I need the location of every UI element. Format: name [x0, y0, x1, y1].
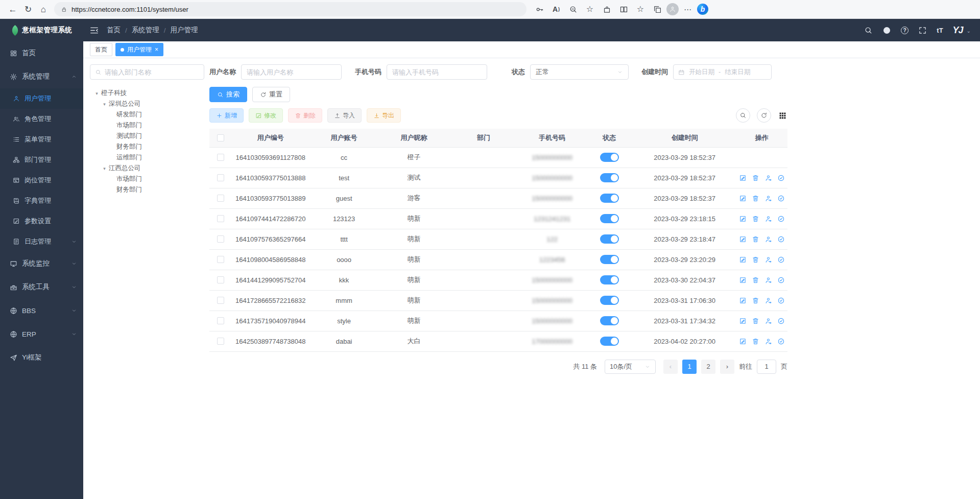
edit-icon[interactable]: [739, 256, 747, 264]
read-aloud-icon[interactable]: A: [548, 2, 564, 17]
assign-role-icon[interactable]: [777, 276, 785, 284]
sidebar-item[interactable]: ERP: [0, 322, 83, 346]
sidebar-item[interactable]: Yi框架: [0, 346, 83, 369]
status-toggle[interactable]: [600, 214, 619, 223]
reset-password-icon[interactable]: [764, 317, 772, 325]
reset-password-icon[interactable]: [764, 174, 772, 182]
assign-role-icon[interactable]: [777, 338, 785, 345]
row-checkbox[interactable]: [217, 276, 224, 283]
delete-icon[interactable]: [752, 256, 759, 264]
edit-icon[interactable]: [739, 276, 747, 284]
assign-role-icon[interactable]: [777, 256, 785, 264]
tree-node[interactable]: 财务部门: [90, 184, 204, 195]
status-toggle[interactable]: [600, 316, 619, 325]
breadcrumb-item[interactable]: 系统管理: [132, 26, 159, 35]
reset-password-icon[interactable]: [764, 256, 772, 264]
tree-node[interactable]: ▾江西总公司: [90, 163, 204, 174]
row-checkbox[interactable]: [217, 297, 224, 304]
reset-password-icon[interactable]: [764, 338, 772, 345]
assign-role-icon[interactable]: [777, 215, 785, 223]
refresh-circle-icon[interactable]: [757, 108, 771, 123]
row-checkbox[interactable]: [217, 338, 224, 345]
row-checkbox[interactable]: [217, 235, 224, 243]
sidebar-subitem[interactable]: 用户管理: [0, 88, 83, 109]
favorites-bar-icon[interactable]: ☆: [633, 2, 648, 17]
status-toggle[interactable]: [600, 296, 619, 305]
page-size-select[interactable]: 10条/页: [605, 360, 656, 374]
tree-node[interactable]: ▾深圳总公司: [90, 99, 204, 109]
delete-icon[interactable]: [752, 276, 759, 284]
sidebar-subitem[interactable]: 岗位管理: [0, 170, 83, 191]
tree-node[interactable]: 研发部门: [90, 109, 204, 120]
reset-password-icon[interactable]: [764, 215, 772, 223]
status-toggle[interactable]: [600, 173, 619, 182]
sidebar-subitem[interactable]: 角色管理: [0, 109, 83, 129]
page-button[interactable]: 1: [682, 360, 697, 374]
select-all-checkbox[interactable]: [217, 134, 224, 141]
add-button[interactable]: 新增: [209, 108, 244, 123]
sidebar-subitem[interactable]: 日志管理: [0, 231, 83, 252]
user-logo[interactable]: YJ: [953, 25, 963, 36]
tree-caret-icon[interactable]: ▾: [94, 91, 100, 96]
github-icon[interactable]: [882, 26, 891, 35]
reset-password-icon[interactable]: [764, 297, 772, 304]
sidebar-item[interactable]: 系统工具: [0, 275, 83, 299]
assign-role-icon[interactable]: [777, 174, 785, 182]
row-checkbox[interactable]: [217, 174, 224, 181]
bing-icon[interactable]: b: [697, 4, 708, 15]
import-button[interactable]: 导入: [327, 108, 362, 123]
row-checkbox[interactable]: [217, 256, 224, 263]
reset-password-icon[interactable]: [764, 195, 772, 202]
assign-role-icon[interactable]: [777, 195, 785, 202]
edit-icon[interactable]: [739, 174, 747, 182]
username-input[interactable]: [241, 64, 342, 80]
tree-node[interactable]: 财务部门: [90, 141, 204, 152]
tree-node[interactable]: 运维部门: [90, 152, 204, 163]
refresh-icon[interactable]: ↻: [20, 2, 36, 17]
delete-icon[interactable]: [752, 297, 759, 304]
search-button[interactable]: 搜索: [209, 87, 247, 102]
delete-icon[interactable]: [752, 235, 759, 243]
assign-role-icon[interactable]: [777, 235, 785, 243]
profile-avatar[interactable]: [666, 3, 679, 15]
sidebar-subitem[interactable]: 字典管理: [0, 191, 83, 211]
sidebar-subitem[interactable]: 部门管理: [0, 150, 83, 170]
delete-icon[interactable]: [752, 174, 759, 182]
home-icon[interactable]: ⌂: [36, 2, 51, 17]
prev-page-button[interactable]: ‹: [663, 360, 678, 374]
edit-icon[interactable]: [739, 338, 747, 345]
password-key-icon[interactable]: [532, 2, 547, 17]
tree-node[interactable]: 测试部门: [90, 131, 204, 141]
sidebar-subitem[interactable]: 菜单管理: [0, 129, 83, 150]
reset-password-icon[interactable]: [764, 235, 772, 243]
delete-icon[interactable]: [752, 215, 759, 223]
page-button[interactable]: 2: [701, 360, 715, 374]
collections-icon[interactable]: [650, 2, 665, 17]
tree-node[interactable]: ▾橙子科技: [90, 88, 204, 99]
assign-role-icon[interactable]: [777, 297, 785, 304]
tab[interactable]: 首页: [90, 43, 112, 56]
phone-input[interactable]: [387, 64, 487, 80]
tree-caret-icon[interactable]: ▾: [102, 166, 107, 171]
sidebar-item[interactable]: 首页: [0, 41, 83, 65]
tab[interactable]: 用户管理×: [115, 43, 163, 56]
help-icon[interactable]: ?: [901, 27, 909, 34]
breadcrumb-item[interactable]: 用户管理: [171, 26, 198, 35]
sidebar-item[interactable]: 系统监控: [0, 252, 83, 275]
department-search-input[interactable]: [105, 68, 199, 76]
status-toggle[interactable]: [600, 275, 619, 284]
more-options-icon[interactable]: ⋯: [680, 2, 696, 17]
delete-icon[interactable]: [752, 338, 759, 345]
reset-button[interactable]: 重置: [252, 87, 290, 102]
extensions-icon[interactable]: [599, 2, 614, 17]
delete-icon[interactable]: [752, 317, 759, 325]
logo-caret-icon[interactable]: ⌄: [967, 29, 971, 36]
back-icon[interactable]: ←: [5, 2, 20, 17]
zoom-out-icon[interactable]: [565, 2, 581, 17]
date-range-picker[interactable]: 开始日期 - 结束日期: [673, 64, 772, 80]
goto-page-input[interactable]: [757, 360, 776, 374]
breadcrumb-item[interactable]: 首页: [107, 26, 121, 35]
row-checkbox[interactable]: [217, 154, 224, 161]
edit-icon[interactable]: [739, 317, 747, 325]
sidebar-subitem[interactable]: 参数设置: [0, 211, 83, 231]
